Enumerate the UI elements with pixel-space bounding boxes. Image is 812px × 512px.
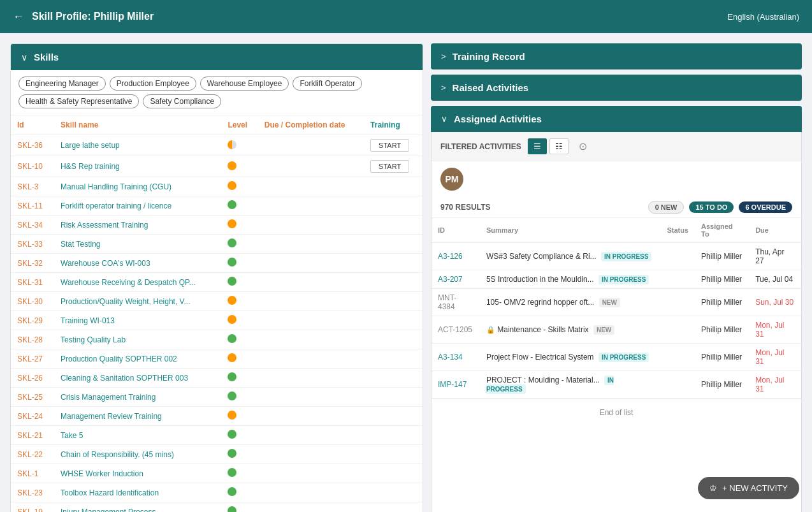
level-dot-green (228, 277, 236, 286)
skill-tag[interactable]: Engineering Manager (18, 77, 106, 91)
table-row: ACT-1205 🔒 Maintenance - Skills Matrix N… (431, 316, 801, 344)
skill-id: SKL-33 (11, 235, 54, 254)
col-training: Training (364, 115, 423, 135)
skill-tag[interactable]: Production Employee (110, 77, 196, 91)
skill-due-date (258, 388, 364, 407)
assigned-activities-body: FILTERED ACTIVITIES ☰ ☷ ⊙ PM 970 RESULTS… (431, 132, 802, 512)
language-selector[interactable]: English (Australian) (727, 12, 799, 22)
new-activity-button[interactable]: ♔ + NEW ACTIVITY (698, 477, 799, 499)
skill-tag[interactable]: Safety Compliance (143, 94, 221, 108)
skills-title: Skills (34, 52, 59, 62)
activity-due: Mon, Jul 31 (749, 371, 801, 399)
results-bar: 970 RESULTS 0 NEW 15 TO DO 6 OVERDUE (431, 197, 801, 218)
skill-id: SKL-3 (11, 177, 54, 196)
skill-level (221, 292, 257, 311)
skills-header[interactable]: ∨ Skills (11, 44, 423, 70)
skill-training (364, 254, 423, 273)
col-due-date: Due / Completion date (258, 115, 364, 135)
badge-overdue[interactable]: 6 OVERDUE (739, 201, 792, 213)
badge-todo[interactable]: 15 TO DO (689, 201, 734, 213)
activity-status (660, 316, 695, 344)
level-dot-orange (228, 353, 236, 362)
activity-status (660, 289, 695, 316)
training-record-header[interactable]: > Training Record (431, 43, 802, 69)
start-button[interactable]: START (370, 139, 409, 152)
skill-name[interactable]: Injury Management Process (54, 502, 221, 513)
skill-id: SKL-28 (11, 330, 54, 349)
skill-training (364, 407, 423, 426)
skill-name[interactable]: H&S Rep training (54, 156, 221, 177)
skill-level (221, 273, 257, 292)
skill-due-date (258, 464, 364, 483)
skill-name[interactable]: Forklift operator training / licence (54, 196, 221, 216)
skill-training: START (364, 156, 423, 177)
level-dot-green (228, 200, 236, 209)
skill-id: SKL-26 (11, 369, 54, 388)
skill-training (364, 349, 423, 369)
activity-assigned: Phillip Miller (695, 344, 749, 371)
skill-name[interactable]: Manual Handling Training (CGU) (54, 177, 221, 196)
skill-name[interactable]: Stat Testing (54, 235, 221, 254)
skill-tag[interactable]: Forklift Operator (293, 77, 362, 91)
calendar-view-button[interactable]: ☷ (549, 138, 569, 154)
activity-id[interactable]: ACT-1205 (431, 316, 480, 344)
act-col-status: Status (660, 218, 695, 243)
activity-assigned: Phillip Miller (695, 316, 749, 344)
table-row: SKL-31 Warehouse Receiving & Despatch QP… (11, 273, 423, 292)
training-record-chevron: > (441, 52, 446, 61)
table-row: SKL-36 Large lathe setup START (11, 135, 423, 156)
skill-name[interactable]: Production/Quality Weight, Height, V... (54, 292, 221, 311)
skill-name[interactable]: Training WI-013 (54, 311, 221, 330)
skill-tag[interactable]: Warehouse Employee (200, 77, 289, 91)
filter-icons[interactable]: ⊙ (579, 140, 587, 152)
raised-activities-header[interactable]: > Raised Activities (431, 75, 802, 101)
skill-id: SKL-21 (11, 426, 54, 445)
skill-name[interactable]: Warehouse Receiving & Despatch QP... (54, 273, 221, 292)
start-button[interactable]: START (370, 160, 409, 173)
level-dot-green (228, 391, 236, 400)
skill-due-date (258, 349, 364, 369)
skill-name[interactable]: Chain of Responsibility. (45 mins) (54, 445, 221, 464)
skill-name[interactable]: Risk Assessment Training (54, 216, 221, 235)
skill-training (364, 330, 423, 349)
skill-due-date (258, 235, 364, 254)
activity-due: Mon, Jul 31 (749, 344, 801, 371)
skill-name[interactable]: Testing Quality Lab (54, 330, 221, 349)
level-dot-orange (228, 219, 236, 228)
view-toggle: ☰ ☷ (528, 138, 569, 154)
table-row: SKL-30 Production/Quality Weight, Height… (11, 292, 423, 311)
skill-name[interactable]: Warehouse COA's WI-003 (54, 254, 221, 273)
activity-id[interactable]: A3-126 (431, 243, 480, 270)
skill-id: SKL-23 (11, 483, 54, 502)
skill-name[interactable]: Crisis Management Training (54, 388, 221, 407)
filter-label: FILTERED ACTIVITIES (440, 142, 521, 151)
level-dot-orange (228, 161, 236, 170)
skill-name[interactable]: Production Quality SOPTHER 002 (54, 349, 221, 369)
table-row: SKL-24 Management Review Training (11, 407, 423, 426)
skill-name[interactable]: Cleaning & Sanitation SOPTHER 003 (54, 369, 221, 388)
skill-name[interactable]: WHSE Worker Induction (54, 464, 221, 483)
badge-new[interactable]: 0 NEW (648, 201, 685, 214)
activity-id[interactable]: A3-134 (431, 344, 480, 371)
skill-training (364, 216, 423, 235)
activity-status (660, 270, 695, 289)
skill-due-date (258, 254, 364, 273)
table-row: MNT-4384 105- OMV2 regrind hopper oft...… (431, 289, 801, 316)
skill-name[interactable]: Toolbox Hazard Identification (54, 483, 221, 502)
skill-id: SKL-29 (11, 311, 54, 330)
activity-id[interactable]: MNT-4384 (431, 289, 480, 316)
activity-id[interactable]: IMP-147 (431, 371, 480, 399)
back-button[interactable]: ← (13, 10, 24, 24)
skill-name[interactable]: Management Review Training (54, 407, 221, 426)
avatar: PM (440, 168, 463, 191)
level-dot-half (228, 140, 236, 149)
skill-level (221, 330, 257, 349)
activity-id[interactable]: A3-207 (431, 270, 480, 289)
list-view-button[interactable]: ☰ (528, 138, 547, 154)
skill-tag[interactable]: Health & Safety Representative (18, 94, 139, 108)
assigned-activities-header[interactable]: ∨ Assigned Activities (431, 106, 802, 132)
skill-due-date (258, 273, 364, 292)
skill-name[interactable]: Large lathe setup (54, 135, 221, 156)
activity-summary: 🔒 Maintenance - Skills Matrix NEW (480, 316, 661, 344)
skill-name[interactable]: Take 5 (54, 426, 221, 445)
